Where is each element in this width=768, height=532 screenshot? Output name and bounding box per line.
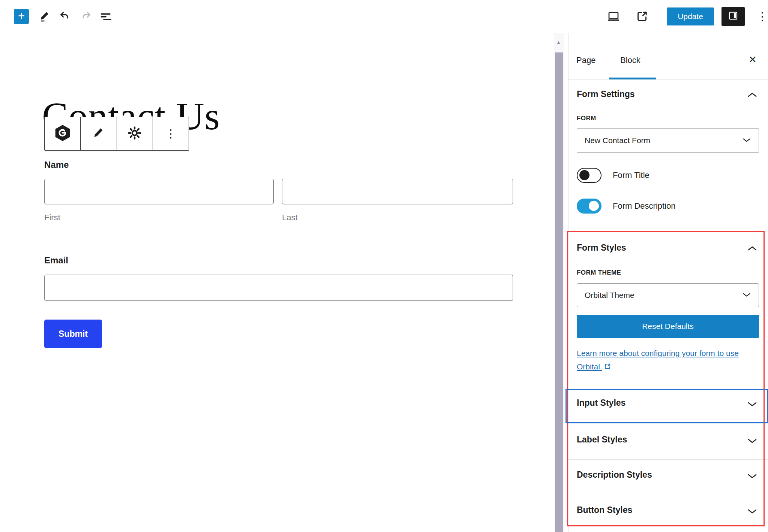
editor-topbar: + Update ⋮ xyxy=(0,0,768,33)
input-styles-title: Input Styles xyxy=(577,398,626,408)
last-sublabel: Last xyxy=(282,213,298,223)
chevron-down-icon xyxy=(747,438,758,444)
last-name-input[interactable] xyxy=(282,179,513,204)
kebab-icon: ⋮ xyxy=(165,129,176,139)
submit-button[interactable]: Submit xyxy=(44,320,102,348)
block-type-button[interactable] xyxy=(45,117,80,150)
chevron-down-icon xyxy=(747,401,758,408)
options-kebab-icon[interactable]: ⋮ xyxy=(757,11,768,22)
accordion-description-styles[interactable]: Description Styles xyxy=(568,462,768,495)
block-inserter-button[interactable]: + xyxy=(14,9,29,24)
reset-defaults-button[interactable]: Reset Defaults xyxy=(577,315,759,338)
undo-icon[interactable] xyxy=(58,10,72,23)
accordion-label-styles[interactable]: Label Styles xyxy=(568,426,768,460)
label-styles-title: Label Styles xyxy=(577,435,627,445)
toggle-knob xyxy=(579,170,590,180)
learn-more-text: Learn more about configuring your form t… xyxy=(577,349,739,371)
form-theme-select[interactable]: Orbital Theme xyxy=(577,283,759,307)
accordion-input-styles[interactable]: Input Styles xyxy=(568,390,768,423)
chevron-up-icon[interactable] xyxy=(747,91,758,98)
divider xyxy=(568,459,768,460)
scroll-up-icon[interactable]: ▲ xyxy=(556,40,561,45)
sidebar-panel-icon xyxy=(728,10,739,23)
divider xyxy=(568,530,768,530)
form-description-toggle[interactable] xyxy=(577,199,602,214)
chevron-down-icon xyxy=(747,508,758,515)
pencil-icon xyxy=(92,127,105,141)
email-input[interactable] xyxy=(44,275,513,301)
form-select-label: FORM xyxy=(577,115,596,122)
tab-page[interactable]: Page xyxy=(576,55,596,65)
tabs-divider xyxy=(568,79,768,80)
description-styles-title: Description Styles xyxy=(577,470,652,480)
form-theme-value: Orbital Theme xyxy=(585,291,634,300)
form-select[interactable]: New Contact Form xyxy=(577,128,759,153)
redo-icon[interactable] xyxy=(79,10,92,23)
list-view-icon[interactable] xyxy=(99,10,112,23)
form-theme-label: FORM THEME xyxy=(577,269,621,276)
settings-sidebar-toggle-button[interactable] xyxy=(722,7,745,26)
form-title-toggle-label: Form Title xyxy=(613,170,650,180)
canvas-scrollbar-thumb[interactable] xyxy=(555,52,563,532)
email-field-label: Email xyxy=(44,255,68,266)
divider xyxy=(568,494,768,494)
chevron-down-icon xyxy=(742,291,751,300)
edit-form-button[interactable] xyxy=(80,117,116,150)
gravity-forms-logo-icon xyxy=(54,124,71,143)
first-name-input[interactable] xyxy=(44,179,274,204)
name-field-label: Name xyxy=(44,160,69,170)
form-description-toggle-label: Form Description xyxy=(613,201,675,211)
form-title-toggle[interactable] xyxy=(577,168,602,183)
tab-block[interactable]: Block xyxy=(620,55,640,65)
gear-icon xyxy=(128,126,141,141)
form-select-value: New Contact Form xyxy=(585,136,650,145)
toggle-knob xyxy=(589,201,599,211)
accordion-button-styles[interactable]: Button Styles xyxy=(568,497,768,531)
chevron-down-icon xyxy=(742,136,751,145)
form-settings-button[interactable] xyxy=(117,117,153,150)
preview-desktop-icon[interactable] xyxy=(607,10,620,23)
form-styles-title[interactable]: Form Styles xyxy=(577,243,626,253)
tools-pencil-icon[interactable] xyxy=(38,10,51,23)
block-toolbar: ⋮ xyxy=(44,117,189,151)
update-button[interactable]: Update xyxy=(667,7,714,25)
wordpress-block-editor: + Update ⋮ Contact Us xyxy=(0,0,768,532)
view-page-external-icon[interactable] xyxy=(635,10,649,23)
button-styles-title: Button Styles xyxy=(577,505,632,515)
learn-more-link[interactable]: Learn more about configuring your form t… xyxy=(577,347,761,374)
chevron-up-icon[interactable] xyxy=(747,245,758,252)
form-settings-title[interactable]: Form Settings xyxy=(577,89,635,99)
first-sublabel: First xyxy=(44,213,60,223)
external-link-icon xyxy=(604,361,611,374)
block-options-button[interactable]: ⋮ xyxy=(153,117,189,150)
close-sidebar-icon[interactable]: ✕ xyxy=(748,54,757,66)
chevron-down-icon xyxy=(747,473,758,480)
